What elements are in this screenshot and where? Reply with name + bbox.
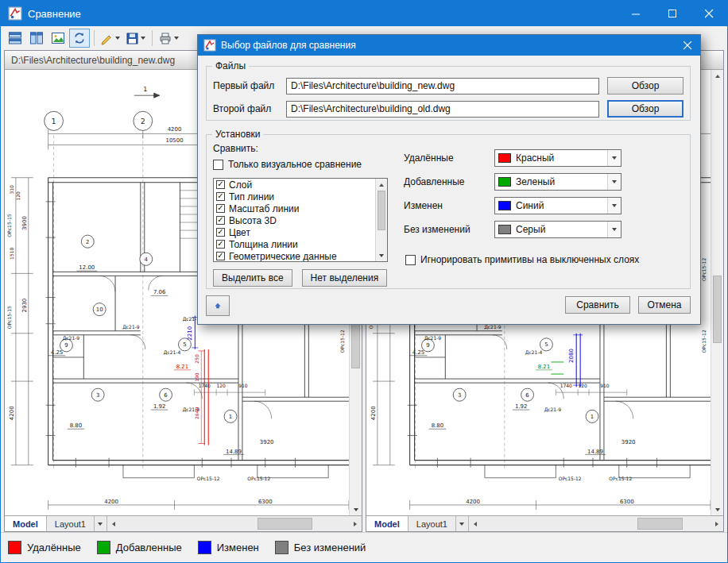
first-file-input[interactable] [286,78,599,94]
color-combobox-3[interactable]: Серый [494,221,622,238]
scroll-left-button[interactable] [107,516,120,531]
scroll-right-button[interactable] [711,516,723,531]
scroll-track[interactable] [120,516,349,531]
chevron-down-icon[interactable] [115,37,120,40]
clear-selection-button[interactable]: Нет выделения [302,269,388,287]
scroll-track[interactable] [482,516,711,531]
compare-option[interactable]: Высота 3D [214,214,375,226]
scroll-left-button[interactable] [469,516,482,531]
tab-layout1[interactable]: Layout1 [47,516,95,531]
cancel-button[interactable]: Отмена [638,296,691,314]
dimension-label: 4.25 [412,349,424,356]
ignore-off-layers-checkbox[interactable] [405,255,416,265]
horizontal-scrollbar[interactable] [107,516,362,531]
close-icon [705,10,714,18]
dimension-label: ОРс15-12 [559,476,582,481]
compare-option[interactable]: Тип линии [214,191,375,202]
move-up-button[interactable] [206,295,230,316]
select-all-button[interactable]: Выделить все [213,269,292,287]
option-checkbox[interactable] [216,180,225,189]
ignore-off-layers-row[interactable]: Игнорировать примитивы на выключенных сл… [405,254,639,265]
arrow-right-icon [354,522,357,526]
dimension-label: 4200 [466,499,480,505]
browse-first-button[interactable]: Обзор [607,77,683,94]
second-file-input[interactable] [286,101,599,118]
scroll-down-button[interactable] [376,249,387,261]
print-icon [158,31,172,45]
save-button[interactable] [123,29,148,48]
maximize-icon [668,10,677,18]
legend-item-added: Добавленные [97,541,182,554]
color-combobox-0[interactable]: Красный [494,149,622,167]
option-checkbox[interactable] [216,240,225,249]
chevron-down-icon[interactable] [174,37,179,40]
scroll-thumb[interactable] [378,191,385,230]
scroll-up-button[interactable] [376,179,387,191]
compare-option[interactable]: Толщина линии [214,238,375,250]
dimension-label: 3 [458,392,461,399]
horizontal-scrollbar[interactable] [469,516,723,531]
dimension-label: 9 [426,342,429,349]
image-preview-icon [51,31,65,45]
tab-list-button[interactable] [456,516,469,531]
chevron-down-icon[interactable] [607,150,621,166]
visual-only-row[interactable]: Только визуальное сравнение [213,159,362,170]
scroll-thumb[interactable] [637,518,683,530]
image-preview-button[interactable] [48,29,68,48]
option-checkbox[interactable] [216,216,225,225]
compare-sync-button[interactable] [69,29,90,48]
scroll-down-button[interactable] [350,503,362,515]
dimension-label: 10 [96,307,103,313]
list-scrollbar[interactable] [375,179,387,261]
chevron-down-icon[interactable] [607,198,621,214]
compare-option[interactable]: Слой [214,179,375,191]
visual-only-checkbox[interactable] [213,160,223,170]
scroll-down-button[interactable] [711,503,723,515]
option-checkbox[interactable] [216,192,225,201]
option-checkbox[interactable] [216,204,225,213]
chevron-down-icon[interactable] [607,174,621,190]
dimension-label: 4 [145,256,149,263]
compare-options-list[interactable]: СлойТип линииМасштаб линииВысота 3DЦветТ… [213,178,388,262]
legend-swatch [8,541,21,554]
print-button[interactable] [156,29,181,48]
tile-vertical-button[interactable] [26,29,47,48]
tab-list-button[interactable] [95,516,107,531]
dialog-title-bar: Выбор файлов для сравнения [198,35,700,56]
edit-button[interactable] [98,29,122,48]
tab-model[interactable]: Model [366,516,409,531]
scroll-thumb[interactable] [713,276,722,343]
vertical-scrollbar[interactable] [711,70,723,515]
minimize-button[interactable] [618,1,654,26]
scroll-thumb[interactable] [258,518,312,530]
compare-button[interactable]: Сравнить [565,296,630,314]
legend-label: Добавленные [116,542,182,553]
dimension-label: Дс21-9 [63,335,80,341]
dimension-label: 2930 [21,299,28,313]
plan-line [485,465,556,478]
option-checkbox[interactable] [216,252,225,260]
maximize-button[interactable] [654,1,691,26]
plan-line [616,401,633,418]
browse-second-button[interactable]: Обзор [607,100,683,118]
tab-layout1[interactable]: Layout1 [409,516,456,531]
option-checkbox[interactable] [216,228,225,237]
chevron-down-icon[interactable] [141,37,145,40]
chevron-down-icon[interactable] [607,222,621,237]
dialog-close-button[interactable] [675,35,700,56]
tile-horizontal-button[interactable] [5,29,25,48]
color-combobox-2[interactable]: Синий [494,197,622,214]
dimension-label: 1510 [9,247,14,260]
close-button[interactable] [691,1,727,26]
compare-option[interactable]: Цвет [214,226,375,238]
arrow-up-icon [215,300,221,311]
dimension-label: 190 [194,372,199,382]
compare-option[interactable]: Масштаб линии [214,202,375,214]
tab-model[interactable]: Model [5,516,47,531]
scroll-up-button[interactable] [711,70,723,82]
dimension-label: Дс21-9 [544,407,562,412]
scroll-track[interactable] [711,82,723,503]
color-combobox-1[interactable]: Зеленый [494,173,622,191]
compare-option[interactable]: Геометрические данные [214,250,375,261]
scroll-right-button[interactable] [349,516,362,531]
